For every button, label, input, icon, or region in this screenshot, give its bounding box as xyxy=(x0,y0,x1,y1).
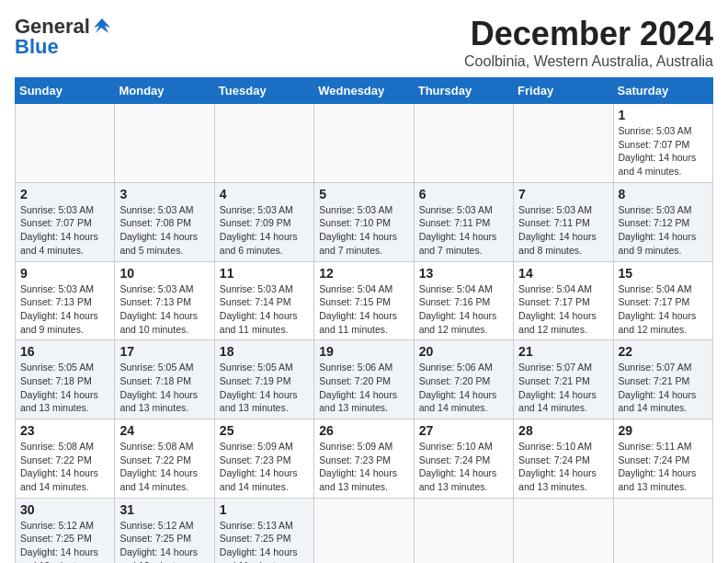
day-info: Sunrise: 5:03 AMSunset: 7:08 PMDaylight:… xyxy=(119,203,209,258)
day-number: 20 xyxy=(419,344,508,359)
calendar-week-row: 23Sunrise: 5:08 AMSunset: 7:22 PMDayligh… xyxy=(16,419,713,499)
logo-blue-text: Blue xyxy=(15,35,59,59)
sunset-text: Sunset: 7:20 PM xyxy=(419,374,508,388)
daylight-text: Daylight: 14 hours and 13 minutes. xyxy=(20,388,109,415)
page-container: General Blue December 2024 Coolbinia, We… xyxy=(15,15,713,563)
day-number: 28 xyxy=(518,423,608,438)
sunrise-text: Sunrise: 5:03 AM xyxy=(20,282,109,296)
logo: General Blue xyxy=(15,15,112,59)
sunset-text: Sunset: 7:11 PM xyxy=(419,216,508,230)
calendar-day-cell: 26Sunrise: 5:09 AMSunset: 7:23 PMDayligh… xyxy=(314,419,414,499)
col-friday: Friday xyxy=(514,78,613,104)
day-info: Sunrise: 5:03 AMSunset: 7:14 PMDaylight:… xyxy=(220,282,309,337)
col-sunday: Sunday xyxy=(16,78,115,104)
sunset-text: Sunset: 7:23 PM xyxy=(319,454,408,467)
daylight-text: Daylight: 14 hours and 4 minutes. xyxy=(619,151,708,178)
sunrise-text: Sunrise: 5:08 AM xyxy=(20,440,109,454)
sunset-text: Sunset: 7:11 PM xyxy=(518,216,608,230)
calendar-empty-cell xyxy=(514,498,613,563)
day-number: 2 xyxy=(20,187,109,201)
daylight-text: Daylight: 14 hours and 14 minutes. xyxy=(518,388,608,415)
sunset-text: Sunset: 7:15 PM xyxy=(319,295,408,309)
calendar-day-cell: 2Sunrise: 5:03 AMSunset: 7:07 PMDaylight… xyxy=(16,182,115,261)
sunset-text: Sunset: 7:16 PM xyxy=(419,295,508,309)
sunrise-text: Sunrise: 5:03 AM xyxy=(20,203,109,217)
calendar-day-cell: 30Sunrise: 5:12 AMSunset: 7:25 PMDayligh… xyxy=(16,498,115,563)
daylight-text: Daylight: 14 hours and 12 minutes. xyxy=(619,309,708,336)
sunrise-text: Sunrise: 5:04 AM xyxy=(319,282,408,296)
col-wednesday: Wednesday xyxy=(314,78,414,104)
sunset-text: Sunset: 7:24 PM xyxy=(518,454,608,467)
day-number: 5 xyxy=(319,187,408,201)
title-area: December 2024 Coolbinia, Western Austral… xyxy=(464,15,713,70)
day-info: Sunrise: 5:03 AMSunset: 7:07 PMDaylight:… xyxy=(20,203,109,258)
sunrise-text: Sunrise: 5:06 AM xyxy=(419,361,508,374)
calendar-week-row: 9Sunrise: 5:03 AMSunset: 7:13 PMDaylight… xyxy=(16,261,713,340)
sunrise-text: Sunrise: 5:12 AM xyxy=(20,519,109,533)
sunset-text: Sunset: 7:18 PM xyxy=(20,374,109,388)
day-info: Sunrise: 5:05 AMSunset: 7:19 PMDaylight:… xyxy=(220,361,309,415)
day-number: 12 xyxy=(319,266,408,281)
calendar-header-row: Sunday Monday Tuesday Wednesday Thursday… xyxy=(16,78,713,104)
day-number: 18 xyxy=(220,344,309,359)
col-tuesday: Tuesday xyxy=(214,78,313,104)
calendar-day-cell: 31Sunrise: 5:12 AMSunset: 7:25 PMDayligh… xyxy=(115,498,214,563)
daylight-text: Daylight: 14 hours and 12 minutes. xyxy=(419,309,508,336)
calendar-week-row: 16Sunrise: 5:05 AMSunset: 7:18 PMDayligh… xyxy=(16,340,713,419)
day-info: Sunrise: 5:11 AMSunset: 7:24 PMDaylight:… xyxy=(619,440,708,494)
daylight-text: Daylight: 14 hours and 13 minutes. xyxy=(119,388,209,415)
col-thursday: Thursday xyxy=(414,78,513,104)
calendar-day-cell: 23Sunrise: 5:08 AMSunset: 7:22 PMDayligh… xyxy=(16,419,115,499)
daylight-text: Daylight: 14 hours and 13 minutes. xyxy=(619,466,708,493)
sunrise-text: Sunrise: 5:05 AM xyxy=(119,361,209,374)
day-info: Sunrise: 5:09 AMSunset: 7:23 PMDaylight:… xyxy=(220,440,309,494)
calendar-empty-cell xyxy=(314,498,414,563)
daylight-text: Daylight: 14 hours and 11 minutes. xyxy=(220,309,309,336)
day-info: Sunrise: 5:12 AMSunset: 7:25 PMDaylight:… xyxy=(119,519,209,563)
sunset-text: Sunset: 7:13 PM xyxy=(20,295,109,309)
sunrise-text: Sunrise: 5:03 AM xyxy=(419,203,508,217)
day-info: Sunrise: 5:03 AMSunset: 7:11 PMDaylight:… xyxy=(419,203,508,258)
calendar-day-cell: 29Sunrise: 5:11 AMSunset: 7:24 PMDayligh… xyxy=(613,419,712,499)
day-info: Sunrise: 5:06 AMSunset: 7:20 PMDaylight:… xyxy=(419,361,508,415)
daylight-text: Daylight: 14 hours and 13 minutes. xyxy=(319,466,408,493)
sunset-text: Sunset: 7:07 PM xyxy=(20,216,109,230)
day-number: 25 xyxy=(220,423,309,438)
sunrise-text: Sunrise: 5:07 AM xyxy=(518,361,608,374)
daylight-text: Daylight: 14 hours and 13 minutes. xyxy=(518,466,608,493)
sunset-text: Sunset: 7:24 PM xyxy=(419,454,508,467)
sunrise-text: Sunrise: 5:04 AM xyxy=(619,282,708,296)
sunset-text: Sunset: 7:07 PM xyxy=(619,138,708,152)
daylight-text: Daylight: 14 hours and 13 minutes. xyxy=(220,388,309,415)
day-number: 6 xyxy=(419,187,508,201)
daylight-text: Daylight: 14 hours and 6 minutes. xyxy=(220,230,309,257)
day-info: Sunrise: 5:10 AMSunset: 7:24 PMDaylight:… xyxy=(419,440,508,494)
calendar-day-cell: 17Sunrise: 5:05 AMSunset: 7:18 PMDayligh… xyxy=(115,340,214,419)
sunset-text: Sunset: 7:21 PM xyxy=(619,374,708,388)
location-title: Coolbinia, Western Australia, Australia xyxy=(464,53,713,70)
day-number: 15 xyxy=(619,266,708,281)
day-number: 11 xyxy=(220,266,309,281)
daylight-text: Daylight: 14 hours and 5 minutes. xyxy=(119,230,209,257)
calendar-empty-cell xyxy=(314,104,414,183)
sunset-text: Sunset: 7:18 PM xyxy=(119,374,209,388)
calendar-day-cell: 20Sunrise: 5:06 AMSunset: 7:20 PMDayligh… xyxy=(414,340,513,419)
daylight-text: Daylight: 14 hours and 11 minutes. xyxy=(220,546,309,563)
daylight-text: Daylight: 14 hours and 7 minutes. xyxy=(319,230,408,257)
day-number: 31 xyxy=(119,502,209,517)
day-number: 9 xyxy=(20,266,109,281)
sunrise-text: Sunrise: 5:06 AM xyxy=(319,361,408,374)
daylight-text: Daylight: 14 hours and 9 minutes. xyxy=(20,309,109,336)
day-number: 22 xyxy=(619,344,708,359)
daylight-text: Daylight: 14 hours and 7 minutes. xyxy=(419,230,508,257)
daylight-text: Daylight: 14 hours and 8 minutes. xyxy=(518,230,608,257)
sunset-text: Sunset: 7:25 PM xyxy=(20,532,109,546)
calendar-empty-cell xyxy=(115,104,214,183)
calendar-day-cell: 4Sunrise: 5:03 AMSunset: 7:09 PMDaylight… xyxy=(214,182,313,261)
day-info: Sunrise: 5:03 AMSunset: 7:13 PMDaylight:… xyxy=(20,282,109,337)
calendar-day-cell: 8Sunrise: 5:03 AMSunset: 7:12 PMDaylight… xyxy=(613,182,712,261)
sunrise-text: Sunrise: 5:03 AM xyxy=(319,203,408,217)
calendar-day-cell: 3Sunrise: 5:03 AMSunset: 7:08 PMDaylight… xyxy=(115,182,214,261)
calendar-day-cell: 13Sunrise: 5:04 AMSunset: 7:16 PMDayligh… xyxy=(414,261,513,340)
day-info: Sunrise: 5:03 AMSunset: 7:11 PMDaylight:… xyxy=(518,203,608,258)
